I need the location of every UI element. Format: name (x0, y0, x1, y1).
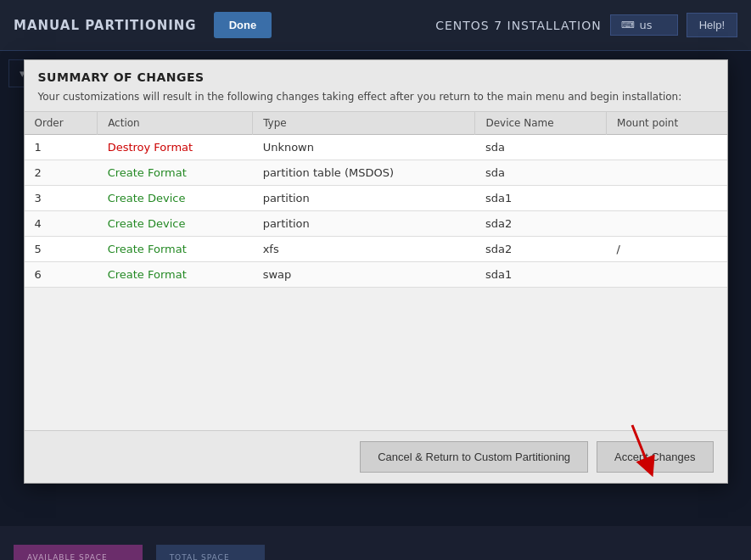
top-bar: MANUAL PARTITIONING Done CENTOS 7 INSTAL… (0, 0, 751, 51)
table-row: 4Create Devicepartitionsda2 (25, 211, 727, 237)
cell-action: Create Format (98, 262, 253, 288)
cell-mount (607, 211, 727, 237)
col-type: Type (253, 112, 475, 135)
done-button[interactable]: Done (214, 12, 272, 38)
cell-device: sda1 (475, 186, 607, 211)
cell-order: 3 (25, 186, 98, 211)
table-row: 3Create Devicepartitionsda1 (25, 186, 727, 211)
modal-title-bar: SUMMARY OF CHANGES Your customizations w… (25, 60, 727, 112)
modal-overlay: SUMMARY OF CHANGES Your customizations w… (0, 51, 751, 526)
table-row: 6Create Formatswapsda1 (25, 262, 727, 288)
cell-action: Create Device (98, 186, 253, 211)
cell-action: Create Device (98, 211, 253, 237)
install-title: CENTOS 7 INSTALLATION (435, 19, 601, 32)
cell-mount: / (607, 237, 727, 262)
available-space-card: AVAILABLE SPACE 11.87 GiB (14, 545, 143, 561)
cancel-button[interactable]: Cancel & Return to Custom Partitioning (360, 441, 588, 473)
col-device-name: Device Name (475, 112, 607, 135)
keyboard-widget[interactable]: ⌨ us (610, 14, 678, 36)
top-bar-left: MANUAL PARTITIONING Done (14, 12, 272, 38)
total-space-label: TOTAL SPACE (170, 553, 251, 561)
cell-type: partition table (MSDOS) (253, 160, 475, 186)
cell-mount (607, 262, 727, 288)
app-title: MANUAL PARTITIONING (14, 18, 197, 33)
changes-table: Order Action Type Device Name Mount poin… (25, 112, 727, 430)
cell-device: sda2 (475, 211, 607, 237)
cell-order: 2 (25, 160, 98, 186)
cell-type: partition (253, 211, 475, 237)
cell-action: Destroy Format (98, 135, 253, 160)
modal-title: SUMMARY OF CHANGES (38, 70, 714, 84)
available-space-label: AVAILABLE SPACE (27, 553, 129, 561)
col-mount-point: Mount point (607, 112, 727, 135)
cell-action: Create Format (98, 237, 253, 262)
keyboard-icon: ⌨ (621, 20, 635, 31)
cell-order: 4 (25, 211, 98, 237)
cell-mount (607, 160, 727, 186)
summary-dialog: SUMMARY OF CHANGES Your customizations w… (24, 59, 728, 484)
keyboard-lang: us (640, 19, 653, 31)
cell-type: swap (253, 262, 475, 288)
bottom-bar: AVAILABLE SPACE 11.87 GiB TOTAL SPACE 20… (0, 526, 751, 560)
cell-type: partition (253, 186, 475, 211)
modal-subtitle: Your customizations will result in the f… (38, 89, 714, 104)
cell-type: Unknown (253, 135, 475, 160)
table-row: 5Create Formatxfssda2/ (25, 237, 727, 262)
cell-device: sda (475, 160, 607, 186)
cell-order: 1 (25, 135, 98, 160)
col-order: Order (25, 112, 98, 135)
cell-mount (607, 135, 727, 160)
total-space-card: TOTAL SPACE 200 GiB (156, 545, 265, 561)
col-action: Action (98, 112, 253, 135)
table-header-row: Order Action Type Device Name Mount poin… (25, 112, 727, 135)
cell-device: sda2 (475, 237, 607, 262)
main-content: ▾ New CentOS 7 Installation sda2 SUMMARY… (0, 51, 751, 526)
cell-mount (607, 186, 727, 211)
modal-footer: Cancel & Return to Custom Partitioning A… (25, 430, 727, 483)
cell-order: 6 (25, 262, 98, 288)
table-row: 2Create Formatpartition table (MSDOS)sda (25, 160, 727, 186)
cell-device: sda1 (475, 262, 607, 288)
summary-table: Order Action Type Device Name Mount poin… (25, 112, 727, 288)
help-button[interactable]: Help! (687, 13, 737, 37)
cell-type: xfs (253, 237, 475, 262)
cell-action: Create Format (98, 160, 253, 186)
cell-order: 5 (25, 237, 98, 262)
accept-changes-button[interactable]: Accept Changes (597, 441, 713, 473)
cell-device: sda (475, 135, 607, 160)
top-bar-right: CENTOS 7 INSTALLATION ⌨ us Help! (435, 13, 737, 37)
table-row: 1Destroy FormatUnknownsda (25, 135, 727, 160)
